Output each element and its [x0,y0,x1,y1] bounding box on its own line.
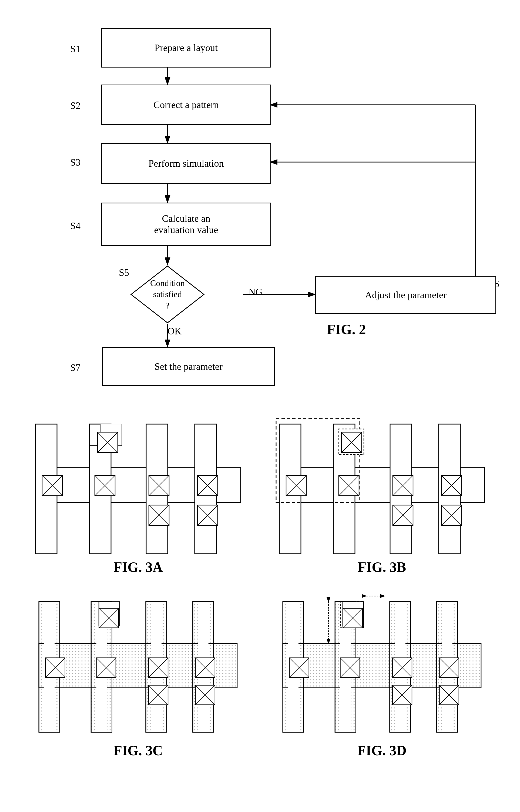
figures-section: FIG. 3A [16,408,504,759]
fig3a-label: FIG. 3A [113,559,163,575]
s4-box: Calculate an evaluation value [101,203,271,246]
s3-text: Perform simulation [149,158,224,169]
s7-text: Set the parameter [155,361,223,372]
fig3b-label: FIG. 3B [358,559,406,575]
fig3d-label: FIG. 3D [357,742,407,759]
s5-text: Conditionsatisfied? [150,278,185,311]
fig2-label: FIG. 2 [327,321,366,337]
page: S1 Prepare a layout S2 Correct a pattern… [0,0,520,812]
s2-box: Correct a pattern [101,84,271,125]
flowchart-section: S1 Prepare a layout S2 Correct a pattern… [16,11,504,402]
s7-box: Set the parameter [102,347,275,386]
s7-label: S7 [70,362,80,373]
fig3a-diagram [27,408,249,559]
s4-label: S4 [70,220,80,232]
fig3d-diagram [271,591,493,742]
fig-row-1: FIG. 3A [16,408,504,575]
s4-text: Calculate an evaluation value [154,213,218,236]
s6-box: Adjust the parameter [315,276,496,314]
fig3c-diagram [27,591,249,742]
s2-text: Correct a pattern [153,99,219,110]
s2-label: S2 [70,100,80,111]
fig-row-2: FIG. 3C [16,591,504,759]
s1-text: Prepare a layout [155,42,218,53]
fig3c-label: FIG. 3C [113,742,163,759]
fig3c-container: FIG. 3C [27,591,249,759]
fig3b-diagram [271,408,493,559]
s5-label: S5 [119,267,129,278]
fig3a-container: FIG. 3A [27,408,249,575]
s5-diamond: Conditionsatisfied? [130,265,205,324]
s1-box: Prepare a layout [101,28,271,68]
fig3b-container: FIG. 3B [271,408,493,575]
s3-label: S3 [70,157,80,168]
fig3d-container: FIG. 3D [271,591,493,759]
ng-label: NG [249,286,263,298]
s1-label: S1 [70,43,80,55]
s3-box: Perform simulation [101,143,271,184]
ok-label: OK [167,325,182,337]
s6-text: Adjust the parameter [365,289,446,300]
